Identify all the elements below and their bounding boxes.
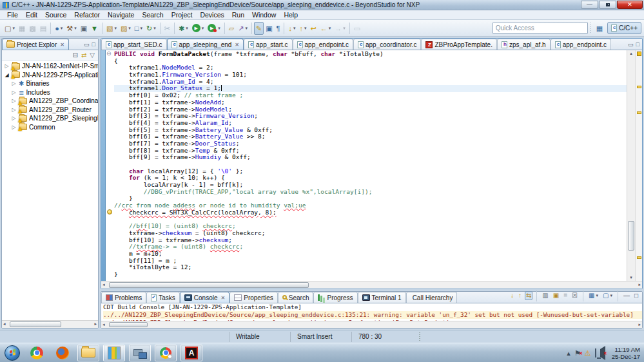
tab-close-icon[interactable]: ✕	[235, 42, 239, 48]
display-console-button-dropdown[interactable]: ▾	[596, 293, 598, 298]
open-console-button[interactable]: ▢▾	[601, 291, 614, 300]
scroll-lock-button[interactable]: ▣	[552, 291, 560, 300]
open-element-button[interactable]: ▱	[227, 22, 236, 35]
explorer-minimize-button[interactable]: ▭	[84, 42, 90, 48]
new-wizard-button[interactable]: ▢▾	[3, 22, 17, 35]
tree-item[interactable]: ▷AN1229_ZBP_SleepingEnd	[2, 114, 98, 123]
new-c-file-button[interactable]: □▾	[133, 22, 144, 35]
console-scroll-left-icon[interactable]: ◂	[102, 322, 105, 327]
menu-source[interactable]: Source	[42, 11, 70, 19]
build-button-dropdown[interactable]: ▾	[74, 26, 77, 31]
show-hidden-icons-button[interactable]: ▴	[567, 348, 571, 357]
menu-devices[interactable]: Devices	[197, 11, 227, 19]
explorer-tab-close-icon[interactable]: ✕	[60, 42, 64, 48]
console-scroll-right-icon[interactable]: ▸	[638, 322, 641, 327]
quickfix-bulb-icon[interactable]	[107, 209, 112, 214]
pin-console-button[interactable]: ▥	[541, 291, 549, 300]
scroll-to-top-button[interactable]: ↑	[517, 291, 523, 300]
editor-tab-app_start-c[interactable]: app_start.c	[244, 39, 292, 50]
explorer-taskbar-button[interactable]	[77, 345, 99, 361]
expander-icon[interactable]: ▷	[11, 98, 17, 104]
profile-button-dropdown[interactable]: ▾	[218, 26, 220, 31]
menu-navigate[interactable]: Navigate	[104, 11, 137, 19]
editor-tab-app_endpoint-c[interactable]: app_endpoint.c	[293, 39, 353, 50]
overview-warning-marker[interactable]	[637, 111, 641, 114]
expander-icon[interactable]: ▷	[11, 107, 17, 113]
taskbar-clock[interactable]: 11:19 AM 25-Dec-17	[612, 346, 640, 360]
restore-button[interactable]	[599, 1, 616, 9]
link-with-editor-button[interactable]: ⇄	[81, 52, 86, 59]
debug-button[interactable]: ✱▾	[177, 22, 190, 35]
tree-item[interactable]: ▷JN-AN-1162-JenNet-IP-Smart	[2, 62, 98, 71]
open-perspective-button[interactable]: ▦	[594, 22, 605, 35]
last-edit-button[interactable]: ↩	[309, 22, 318, 35]
mark-occurrences-button[interactable]: ▣	[264, 22, 274, 35]
debug-button-dropdown[interactable]: ▾	[186, 26, 188, 31]
make-target-button[interactable]: ▼	[89, 22, 100, 35]
editor-vscrollbar[interactable]: ▴ ▾	[627, 50, 635, 281]
editor-maximize-button[interactable]: □	[636, 42, 639, 48]
editor-hscrollbar[interactable]: ◂ ▸	[101, 281, 642, 289]
new-wizard-button-dropdown[interactable]: ▾	[12, 26, 15, 31]
console-output[interactable]: CDT Build Console [JN-AN-1229-ZPS-Applic…	[101, 303, 642, 321]
maximize-view-button[interactable]: □	[633, 291, 639, 300]
highlight-button[interactable]: ✎	[254, 22, 264, 35]
explorer-maximize-button[interactable]: □	[92, 42, 95, 48]
tree-item[interactable]: ▷✱Binaries	[2, 79, 98, 88]
menu-refactor[interactable]: Refactor	[71, 11, 103, 19]
console-tab-Tasks[interactable]: Tasks	[146, 292, 180, 303]
expander-icon[interactable]: ▷	[11, 90, 17, 95]
console-hscroll-thumb[interactable]	[109, 322, 148, 327]
start-button[interactable]	[3, 345, 22, 361]
adobe-reader-taskbar-button[interactable]: A	[181, 345, 202, 361]
menu-file[interactable]: File	[4, 11, 21, 19]
print-button[interactable]: ▤	[38, 22, 48, 35]
editor-tab-app_start_SED-c[interactable]: app_start_SED.c	[101, 39, 167, 50]
refresh-button-dropdown[interactable]: ▾	[153, 26, 156, 31]
beyondstudio-taskbar-button[interactable]	[103, 345, 125, 361]
explorer-hscrollbar[interactable]: ◂ ▸	[2, 320, 98, 328]
fold-minus-icon[interactable]: ⊖	[106, 50, 112, 57]
collapse-all-button[interactable]: ⊟	[73, 52, 78, 59]
external-tools-button-dropdown[interactable]: ▾	[245, 26, 248, 31]
back-button-dropdown[interactable]: ▾	[329, 26, 331, 31]
console-tab-Console[interactable]: Console✕	[180, 292, 229, 303]
new-cpp-project-button[interactable]: ▨▾	[119, 22, 133, 35]
remote-desktop-taskbar-button[interactable]	[129, 345, 151, 361]
editor-scroll-left-icon[interactable]: ◂	[102, 282, 105, 287]
code-area[interactable]: PUBLIC void FormDataPacket(frame *txfram…	[114, 50, 627, 281]
editor-scroll-right-icon[interactable]: ▸	[638, 282, 641, 287]
profile-button[interactable]: ▶▾	[206, 22, 222, 35]
run-button[interactable]: ▶▾	[190, 22, 206, 35]
cpp-perspective-button[interactable]: C/C++	[607, 22, 641, 34]
console-tab-Progress[interactable]: Progress	[313, 292, 357, 303]
tree-item[interactable]: ▷AN1229_ZBP_Router	[2, 106, 98, 115]
build-button[interactable]: ⚒▾	[64, 22, 78, 35]
run-button-dropdown[interactable]: ▾	[202, 26, 204, 31]
console-tab-Problems[interactable]: Problems	[101, 292, 146, 303]
expander-icon[interactable]: ▷	[11, 81, 17, 86]
chrome-window-taskbar-button[interactable]	[155, 345, 177, 361]
display-console-button[interactable]: ▦▾	[587, 291, 600, 300]
chrome-taskbar-button[interactable]	[26, 345, 48, 361]
network-icon[interactable]	[595, 348, 596, 357]
save-all-button[interactable]: ▩	[27, 22, 37, 35]
expander-icon[interactable]: ▷	[11, 115, 17, 121]
build-all-button[interactable]: ▣	[79, 22, 89, 35]
tree-item[interactable]: ◢JN-AN-1229-ZPS-Application	[2, 71, 98, 80]
minimize-button[interactable]: —	[581, 1, 598, 9]
editor-tab-app_coordinator-c[interactable]: app_coordinator.c	[353, 39, 422, 50]
explorer-view-menu-button[interactable]: ▽	[90, 52, 95, 59]
tree-item[interactable]: ▷Common	[2, 123, 98, 132]
editor-scroll-down-icon[interactable]: ▾	[627, 275, 635, 280]
new-c-project-button[interactable]: ▧▾	[104, 22, 119, 35]
new-cpp-project-button-dropdown[interactable]: ▾	[128, 26, 131, 31]
next-annotation-button-dropdown[interactable]: ▾	[293, 26, 296, 31]
overview-warning-marker[interactable]	[637, 86, 641, 88]
external-tools-button[interactable]: ↗▾	[236, 22, 249, 35]
console-tab-Terminal-1[interactable]: Terminal 1	[358, 292, 406, 303]
next-annotation-button[interactable]: ↓▾	[286, 22, 297, 35]
clear-console-button[interactable]: ☒	[571, 291, 579, 300]
minimize-view-button[interactable]: —	[622, 291, 631, 300]
show-whitespace-button[interactable]: ¶	[275, 22, 282, 35]
